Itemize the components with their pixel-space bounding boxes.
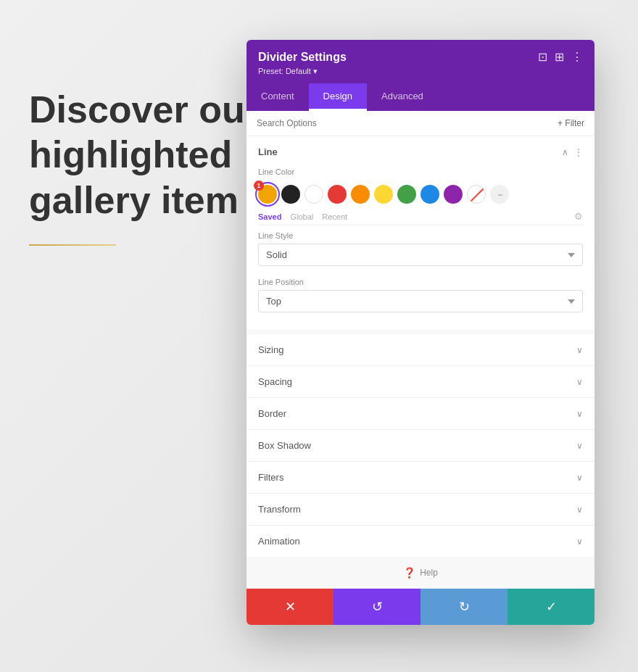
spacing-chevron: ∨ xyxy=(576,377,583,387)
background-divider xyxy=(29,244,116,246)
color-badge-1: 1 xyxy=(254,181,264,191)
section-box-shadow[interactable]: Box Shadow ∨ xyxy=(246,430,594,462)
line-style-group: Line Style Solid Dashed Dotted Double Gr… xyxy=(246,225,594,272)
help-row: ❓ Help xyxy=(246,557,594,589)
save-button[interactable]: ✓ xyxy=(508,589,594,625)
border-label: Border xyxy=(258,408,286,419)
bottom-bar: ✕ ↺ ↻ ✓ xyxy=(246,589,594,625)
transform-label: Transform xyxy=(258,504,301,515)
search-input[interactable] xyxy=(257,118,558,128)
help-icon: ❓ xyxy=(403,567,415,578)
swatch-red[interactable] xyxy=(328,185,347,204)
layout-icon[interactable]: ⊞ xyxy=(555,50,564,64)
line-section-actions: ∧ ⋮ xyxy=(562,147,583,157)
color-tabs: Saved Global Recent ⚙ xyxy=(246,207,594,225)
more-swatches-button[interactable]: ··· xyxy=(490,185,509,204)
line-style-label: Line Style xyxy=(258,231,583,240)
line-section: Line ∧ ⋮ Line Color 1 xyxy=(246,136,594,330)
cancel-button[interactable]: ✕ xyxy=(246,589,334,625)
swatch-yellow[interactable] xyxy=(374,185,393,204)
panel-preset[interactable]: Preset: Default ▾ xyxy=(258,67,583,76)
section-filters[interactable]: Filters ∨ xyxy=(246,462,594,494)
svg-line-0 xyxy=(468,186,486,204)
animation-chevron: ∨ xyxy=(576,536,583,547)
color-tab-global[interactable]: Global xyxy=(290,212,313,221)
filter-button[interactable]: + Filter xyxy=(558,118,584,128)
section-sizing[interactable]: Sizing ∨ xyxy=(246,334,594,366)
color-tab-recent[interactable]: Recent xyxy=(322,212,347,221)
search-bar: + Filter xyxy=(246,111,594,136)
panel-header-icons: ⊡ ⊞ ⋮ xyxy=(538,50,583,64)
box-shadow-label: Box Shadow xyxy=(258,440,311,451)
line-section-more[interactable]: ⋮ xyxy=(574,147,583,157)
swatch-white[interactable] xyxy=(304,185,323,204)
line-style-select[interactable]: Solid Dashed Dotted Double Groove Ridge xyxy=(258,244,583,266)
tab-content[interactable]: Content xyxy=(246,83,309,111)
background-heading: Discover ou highlighted gallery item xyxy=(29,87,246,223)
swatch-black[interactable] xyxy=(281,185,300,204)
line-position-group: Line Position Top Center Bottom xyxy=(246,272,594,318)
tab-advanced[interactable]: Advanced xyxy=(367,83,438,111)
more-icon[interactable]: ⋮ xyxy=(571,50,583,64)
redo-button[interactable]: ↻ xyxy=(420,589,508,625)
swatch-orange[interactable] xyxy=(351,185,370,204)
section-transform[interactable]: Transform ∨ xyxy=(246,494,594,526)
tab-design[interactable]: Design xyxy=(309,83,367,111)
line-color-label: Line Color xyxy=(246,165,594,182)
focus-icon[interactable]: ⊡ xyxy=(538,50,547,64)
swatch-blue[interactable] xyxy=(420,185,439,204)
section-animation[interactable]: Animation ∨ xyxy=(246,526,594,557)
panel-tabs: Content Design Advanced xyxy=(246,83,594,111)
line-section-title: Line xyxy=(258,146,278,157)
panel-body: + Filter Line ∧ ⋮ Line Color 1 xyxy=(246,111,594,589)
section-spacing[interactable]: Spacing ∨ xyxy=(246,366,594,398)
sizing-label: Sizing xyxy=(258,344,283,355)
filters-label: Filters xyxy=(258,472,283,483)
spacing-label: Spacing xyxy=(258,376,292,387)
swatch-purple[interactable] xyxy=(444,185,463,204)
line-position-label: Line Position xyxy=(258,278,583,286)
reset-button[interactable]: ↺ xyxy=(334,589,420,625)
filters-chevron: ∨ xyxy=(576,473,583,483)
line-position-select[interactable]: Top Center Bottom xyxy=(258,290,583,312)
color-settings-gear-icon[interactable]: ⚙ xyxy=(574,211,583,222)
color-swatch-row: 1 ··· xyxy=(246,182,594,207)
help-text[interactable]: Help xyxy=(420,568,438,578)
color-tab-saved[interactable]: Saved xyxy=(258,212,281,221)
swatch-none[interactable] xyxy=(467,185,486,204)
panel-title: Divider Settings xyxy=(258,51,347,64)
section-border[interactable]: Border ∨ xyxy=(246,398,594,430)
sizing-chevron: ∨ xyxy=(576,345,583,355)
panel-header: Divider Settings ⊡ ⊞ ⋮ Preset: Default ▾ xyxy=(246,40,594,83)
collapsed-sections: Sizing ∨ Spacing ∨ Border ∨ Box Shadow ∨… xyxy=(246,334,594,557)
line-chevron-up[interactable]: ∧ xyxy=(562,147,568,157)
swatch-green[interactable] xyxy=(397,185,416,204)
line-section-header: Line ∧ ⋮ xyxy=(246,136,594,165)
animation-label: Animation xyxy=(258,536,300,547)
transform-chevron: ∨ xyxy=(576,505,583,515)
border-chevron: ∨ xyxy=(576,409,583,419)
divider-settings-panel: Divider Settings ⊡ ⊞ ⋮ Preset: Default ▾… xyxy=(246,40,594,625)
swatch-orange-yellow[interactable]: 1 xyxy=(258,185,277,204)
box-shadow-chevron: ∨ xyxy=(576,441,583,451)
